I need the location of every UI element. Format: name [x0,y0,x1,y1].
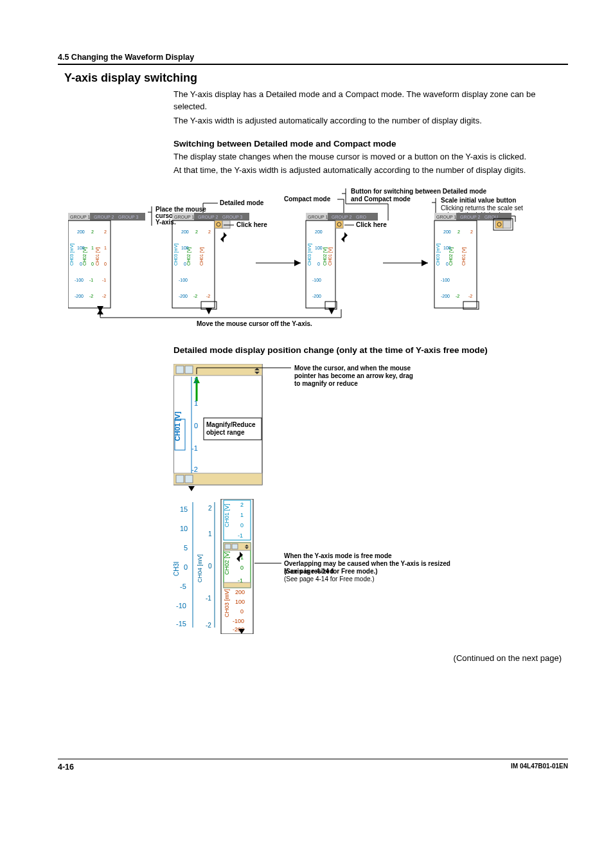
svg-text:1: 1 [194,399,198,407]
svg-text:100: 100 [443,246,451,250]
svg-text:CH02 [V]: CH02 [V] [323,248,328,266]
figure-free-mode: CH3I 15 10 5 0 -5 -10 -15 CH04 [mV] 2 1 … [173,499,568,634]
sub1-p1: The display state changes when the mouse… [173,151,562,163]
svg-text:2: 2 [195,230,198,234]
svg-text:2: 2 [91,230,94,234]
section-header: 4.5 Changing the Waveform Display [58,53,568,65]
svg-text:0: 0 [240,522,244,529]
svg-text:-2: -2 [206,622,211,629]
subheading-detailed-mode-change: Detailed mode display position change (o… [173,345,562,355]
page-footer: 4-16 IM 04L47B01-01EN [58,759,568,772]
svg-marker-50 [224,232,227,239]
sub1-p2: At that time, the Y-axis width is adjust… [173,165,562,177]
svg-text:0: 0 [446,262,449,266]
svg-text:CH03 [mV]: CH03 [mV] [224,589,230,617]
svg-text:0: 0 [184,563,188,571]
intro-p1: The Y-axis display has a Detailed mode a… [173,89,562,113]
svg-text:2: 2 [240,502,244,508]
svg-rect-121 [176,366,184,374]
svg-text:CH01 [V]: CH01 [V] [199,248,204,266]
svg-text:CH02 [V]: CH02 [V] [224,552,230,575]
svg-text:-2: -2 [102,294,106,298]
svg-marker-88 [341,236,344,242]
svg-text:100: 100 [77,246,85,250]
svg-text:CH03 [mV]: CH03 [mV] [69,244,75,266]
label-click-here-1: Click here [236,221,267,228]
svg-text:0: 0 [240,608,244,615]
panel-1: GROUP 1 GROUP 2 GROUP 3 CH03 [mV] CH02 [… [68,213,145,316]
svg-text:-2: -2 [191,466,198,473]
svg-text:-5: -5 [180,583,186,590]
svg-text:-2: -2 [193,294,197,298]
svg-text:(See page 4-14 for Free mode.): (See page 4-14 for Free mode.) [284,575,375,583]
svg-text:-100: -100 [233,618,244,624]
svg-text:0: 0 [184,262,186,266]
svg-text:1: 1 [91,246,94,250]
svg-rect-128 [176,475,184,483]
svg-text:Y-axis is resized: Y-axis is resized [284,568,333,575]
svg-text:15: 15 [180,505,188,513]
svg-text:2: 2 [470,230,473,234]
svg-text:1: 1 [240,512,244,518]
svg-text:GROUP 2: GROUP 2 [94,215,114,219]
svg-text:1: 1 [104,246,107,250]
svg-text:GROUP 1: GROUP 1 [174,215,194,219]
svg-text:200: 200 [443,230,451,234]
label-move-cursor: Move the cursor, and when the mouse poin… [294,365,415,387]
panel-4: GROUP 1 GROUP 2 GROU CH03 [mV] CH02 [V] … [434,213,513,309]
svg-text:2: 2 [104,230,107,234]
svg-text:CH01 [V]: CH01 [V] [224,504,230,528]
svg-text:GROUP 1: GROUP 1 [70,215,90,219]
svg-text:1: 1 [208,530,212,538]
svg-text:GROUP 2: GROUP 2 [198,215,218,219]
svg-rect-169 [232,544,238,549]
svg-text:2: 2 [208,230,211,234]
svg-marker-65 [206,308,212,314]
svg-text:0: 0 [80,262,82,266]
label-scale-initial: Scale initial value button [441,197,516,204]
svg-text:CH01 [V]: CH01 [V] [461,248,466,266]
label-detailed-mode: Detailed mode [220,199,264,206]
svg-text:-100: -100 [312,278,321,282]
svg-rect-47 [215,221,222,228]
svg-text:-100: -100 [179,278,188,282]
svg-rect-98 [495,221,503,228]
svg-text:-15: -15 [176,620,186,628]
svg-rect-122 [185,366,193,374]
svg-text:0: 0 [208,563,212,570]
svg-text:5: 5 [184,544,188,552]
doc-id: IM 04L47B01-01EN [511,763,568,772]
svg-text:CH03 [mV]: CH03 [mV] [436,244,441,266]
svg-text:-1: -1 [206,595,211,602]
svg-text:GROUP 2: GROUP 2 [460,215,480,219]
svg-text:0: 0 [194,422,198,429]
svg-rect-49 [222,221,230,228]
svg-text:-200: -200 [312,294,321,298]
svg-marker-130 [188,486,195,491]
svg-text:-10: -10 [176,602,186,610]
svg-rect-176 [224,583,251,588]
page-number: 4-16 [58,763,74,772]
continued-note: (Continued on the next page) [58,653,562,663]
heading-yaxis-switching: Y-axis display switching [64,71,568,85]
svg-text:-1: -1 [89,278,93,282]
svg-text:0: 0 [91,262,94,266]
svg-text:-1: -1 [102,278,106,282]
svg-text:-200: -200 [441,294,450,298]
svg-text:GRO: GRO [356,215,367,219]
svg-marker-178 [236,556,240,562]
svg-text:GROUP 2: GROUP 2 [332,215,351,219]
svg-text:CH03 [mV]: CH03 [mV] [307,244,312,266]
svg-text:100: 100 [181,246,189,250]
svg-text:CH01 [V]: CH01 [V] [95,248,100,266]
svg-text:2: 2 [458,230,460,234]
svg-text:200: 200 [77,230,85,234]
svg-text:0: 0 [240,565,244,571]
svg-text:GROUP 3: GROUP 3 [222,215,242,219]
svg-marker-91 [422,260,428,266]
svg-text:-1: -1 [191,444,198,452]
svg-text:-200: -200 [75,294,84,298]
svg-rect-129 [185,475,193,483]
svg-text:200: 200 [315,230,323,234]
svg-marker-118 [97,309,103,314]
